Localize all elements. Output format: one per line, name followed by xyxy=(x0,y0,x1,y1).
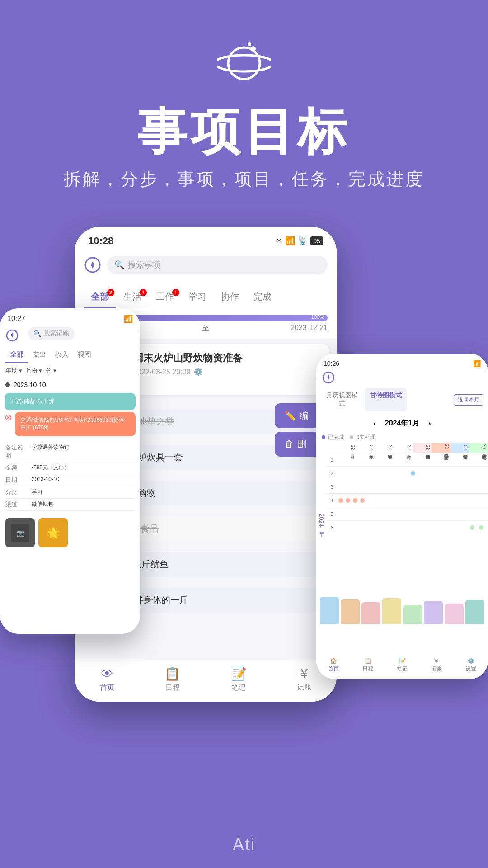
col-2: 22 数学 xyxy=(357,443,375,453)
left-record-income[interactable]: 工资/储蓄卡/工资 xyxy=(5,393,136,410)
gantt-area: 2024年 22 自习 22 数学 22 地理 22 体育 22 户外写生活动 … xyxy=(316,443,488,597)
rp-nav-account[interactable]: ¥ 记账 xyxy=(431,658,442,673)
gantt-row-2: 2 xyxy=(326,467,488,480)
notes-icon: 📝 xyxy=(231,666,247,681)
phones-container: 10:27 📶 🔍 搜索记账 全部 支出 收入 视图 年度 ▾ 月份 ▾ 分 ▾ xyxy=(0,218,488,806)
tab-life-badge: 1 xyxy=(140,289,147,296)
left-filter-month[interactable]: 月份 ▾ xyxy=(26,367,42,375)
amount-value: -288元（支出） xyxy=(32,464,135,472)
back-to-month[interactable]: 返回本月 xyxy=(454,394,483,406)
col-7: 22 高山露营活动 xyxy=(450,443,469,453)
battery-indicator: 95 xyxy=(310,236,323,245)
task-title: 周末火炉山野炊物资准备 xyxy=(133,351,321,365)
delete-icon: 🗑 xyxy=(285,439,294,449)
row-bars-6 xyxy=(338,524,488,531)
search-icon: 🔍 xyxy=(33,330,41,337)
color-bar-2 xyxy=(341,599,360,624)
app-header: 事项目标 拆解，分步，事项，项目，任务，完成进度 xyxy=(0,0,488,218)
tab-done[interactable]: 完成 xyxy=(246,286,279,309)
tab-all[interactable]: 全部 2 xyxy=(84,286,116,309)
bar-4c xyxy=(353,498,357,503)
left-search[interactable]: 🔍 搜索记账 xyxy=(28,327,75,340)
row-label-4: 4 xyxy=(326,498,338,503)
main-bottom-nav: 👁 首页 📋 日程 📝 笔记 ¥ 记账 xyxy=(75,660,337,702)
right-legend: 已完成 0未处理 xyxy=(316,432,488,443)
legend-pending-dot xyxy=(350,435,353,439)
channel-label: 渠道 xyxy=(5,500,28,509)
svg-point-3 xyxy=(248,42,251,46)
left-tab-income[interactable]: 收入 xyxy=(51,348,73,363)
gantt-row-6: 6 xyxy=(326,521,488,534)
rp-nav-settings[interactable]: ⚙️ 设置 xyxy=(465,658,476,673)
task-date: 2022-03-25 20:09 ⚙️ xyxy=(133,368,321,376)
tab-life[interactable]: 生活 1 xyxy=(116,286,149,309)
calendar-month: 2024年1月 xyxy=(385,419,420,428)
col-6: 22 课外活动-结交好友 xyxy=(432,443,450,453)
main-time: 10:28 xyxy=(88,235,113,247)
right-bottom-nav: 🏠 首页 📋 日程 📝 笔记 ¥ 记账 ⚙️ 设置 xyxy=(316,653,488,679)
nav-notes[interactable]: 📝 笔记 xyxy=(231,666,247,693)
left-record-expense[interactable]: 交通/微信钱包/JSPAY-粤8-P23066063(捷停车)广(6758) xyxy=(15,412,136,436)
main-search-bar[interactable]: 🔍 搜索事项 xyxy=(107,256,328,274)
tab-collab[interactable]: 协作 xyxy=(214,286,246,309)
main-app-header: 🔍 搜索事项 xyxy=(75,251,337,286)
wifi-icon: 📶 xyxy=(285,236,295,246)
row-bars-5 xyxy=(338,513,488,515)
row-bars-2 xyxy=(338,470,488,477)
left-detail-note: 备注说明 学校课外读物订 xyxy=(5,442,135,462)
rp-notes-label: 笔记 xyxy=(397,665,408,673)
phone-right: 10:26 📶 月历视图模式 甘特图模式 返回本月 ‹ 2024年1月 › xyxy=(316,354,488,679)
schedule-icon: 📋 xyxy=(164,666,180,681)
gantt-row-4: 4 xyxy=(326,494,488,507)
gantt-cols: 22 自习 22 数学 22 地理 22 体育 22 户外写生活动 22 课外活… xyxy=(338,443,488,453)
left-image-1: 📷 xyxy=(5,518,35,547)
left-detail-channel: 渠道 微信钱包 xyxy=(5,499,135,511)
left-tab-expense[interactable]: 支出 xyxy=(28,348,51,363)
settings-icon[interactable]: ⚙️ xyxy=(194,368,203,376)
svg-text:📷: 📷 xyxy=(16,529,24,537)
left-tabs: 全部 支出 收入 视图 xyxy=(0,348,140,363)
left-record-expense-wrap: ⊗ 交通/微信钱包/JSPAY-粤8-P23066063(捷停车)广(6758) xyxy=(5,412,136,436)
progress-end: 2023-12-21 xyxy=(291,324,328,333)
tab-study[interactable]: 学习 xyxy=(181,286,214,309)
left-record-expense-text: 交通/微信钱包/JSPAY-粤8-P23066063(捷停车)广(6758) xyxy=(20,417,124,431)
app-subtitle: 拆解，分步，事项，项目，任务，完成进度 xyxy=(64,168,424,191)
main-status-icons: ✳ 📶 📡 95 xyxy=(276,236,323,246)
gantt-grid: 22 自习 22 数学 22 地理 22 体育 22 户外写生活动 22 课外活… xyxy=(326,443,488,597)
tab-work[interactable]: 工作 1 xyxy=(149,286,181,309)
gantt-year-label: 2024年 xyxy=(316,443,326,597)
progress-separator: 至 xyxy=(202,324,209,333)
account-icon: ¥ xyxy=(300,666,308,681)
bar-6a xyxy=(470,525,474,530)
nav-account[interactable]: ¥ 记账 xyxy=(297,666,311,693)
right-mode-tabs: 月历视图模式 甘特图模式 xyxy=(321,388,407,411)
left-tab-all[interactable]: 全部 xyxy=(5,348,28,363)
rp-nav-notes[interactable]: 📝 笔记 xyxy=(397,658,408,673)
next-month-btn[interactable]: › xyxy=(428,420,431,428)
left-image-2: 🌟 xyxy=(38,518,68,547)
row-label-3: 3 xyxy=(326,484,338,490)
prev-month-btn[interactable]: ‹ xyxy=(373,420,375,428)
color-bar-5 xyxy=(403,605,422,624)
rp-settings-label: 设置 xyxy=(465,665,476,673)
mode-gantt[interactable]: 甘特图模式 xyxy=(365,388,407,411)
task-info: 周末火炉山野炊物资准备 2022-03-25 20:09 ⚙️ xyxy=(133,351,321,376)
date-value: 2023-10-10 xyxy=(32,476,135,484)
nav-home[interactable]: 👁 首页 xyxy=(100,666,114,693)
rp-nav-schedule[interactable]: 📋 日程 xyxy=(362,658,373,673)
expense-icon: ⊗ xyxy=(5,412,12,423)
date-label: 日期 xyxy=(5,476,28,484)
nav-home-label: 首页 xyxy=(100,683,114,693)
mode-monthly[interactable]: 月历视图模式 xyxy=(321,388,363,411)
right-calendar-header: ‹ 2024年1月 › xyxy=(316,415,488,432)
search-placeholder: 搜索事项 xyxy=(128,259,160,270)
left-filter-year[interactable]: 年度 ▾ xyxy=(5,367,22,375)
left-filter-split[interactable]: 分 ▾ xyxy=(46,367,56,375)
nav-schedule[interactable]: 📋 日程 xyxy=(164,666,180,693)
col-8: 30 环岛旅行·小时 xyxy=(469,443,488,453)
rp-nav-home[interactable]: 🏠 首页 xyxy=(328,658,339,673)
search-icon: 🔍 xyxy=(114,260,124,270)
left-tab-view[interactable]: 视图 xyxy=(73,348,96,363)
nav-account-label: 记账 xyxy=(297,683,311,692)
nav-schedule-label: 日程 xyxy=(165,683,180,693)
